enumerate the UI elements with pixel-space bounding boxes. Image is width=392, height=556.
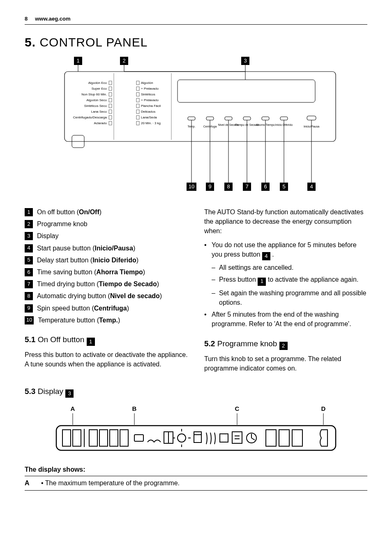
badge-2: 2 xyxy=(279,342,288,350)
svg-rect-15 xyxy=(109,110,112,114)
svg-rect-94 xyxy=(89,430,97,446)
svg-rect-11 xyxy=(109,98,112,102)
sec51-body: Press this button to activate or deactiv… xyxy=(25,350,188,369)
svg-text:+ Prelavado: + Prelavado xyxy=(141,98,159,102)
legend-list: 1On off button (On/Off)2Programme knob3D… xyxy=(25,207,188,325)
legend-text-7: Timed drying button (Tiempo de Secado) xyxy=(37,279,188,289)
svg-text:8: 8 xyxy=(227,183,230,190)
legend-badge-6: 6 xyxy=(25,268,33,276)
legend-text-5: Delay start button (Inicio Diferido) xyxy=(37,255,188,265)
section-title: 5. CONTROL PANEL xyxy=(25,35,367,49)
badge-3: 3 xyxy=(65,389,74,398)
svg-rect-36 xyxy=(178,80,315,102)
legend-badge-9: 9 xyxy=(25,304,33,313)
svg-rect-22 xyxy=(136,87,139,90)
dash-1: All settings are cancelled. xyxy=(212,263,367,272)
autostandby-intro: The AUTO Stand-by function automatically… xyxy=(204,207,367,236)
section-title-text: CONTROL PANEL xyxy=(39,35,148,49)
legend-text-4: Start pause button (Inicio/Pausa) xyxy=(37,243,188,253)
display-row-a-label: A xyxy=(25,480,41,487)
inline-badge-4: 4 xyxy=(262,252,270,260)
svg-rect-115 xyxy=(266,430,276,446)
svg-rect-28 xyxy=(136,104,139,108)
svg-rect-32 xyxy=(136,116,139,119)
svg-text:Algodón Seco: Algodón Seco xyxy=(86,98,107,102)
svg-text:7: 7 xyxy=(245,183,248,190)
svg-text:C: C xyxy=(235,405,240,412)
legend-text-1: On off button (On/Off) xyxy=(37,207,188,217)
svg-rect-13 xyxy=(109,104,112,108)
page-number: 8 xyxy=(25,16,28,22)
svg-rect-7 xyxy=(109,87,112,90)
svg-text:6: 6 xyxy=(264,183,267,190)
svg-rect-106 xyxy=(194,432,201,442)
legend-item-4: 4Start pause button (Inicio/Pausa) xyxy=(25,243,188,253)
site-label: www.aeg.com xyxy=(35,16,70,22)
legend-item-1: 1On off button (On/Off) xyxy=(25,207,188,217)
svg-rect-42 xyxy=(280,117,288,120)
svg-rect-9 xyxy=(109,93,112,96)
legend-badge-10: 10 xyxy=(25,316,34,324)
badge-1: 1 xyxy=(87,338,95,346)
svg-rect-26 xyxy=(136,98,139,102)
legend-badge-4: 4 xyxy=(25,244,33,253)
svg-rect-91 xyxy=(62,430,71,446)
display-table-title: The display shows: xyxy=(25,466,367,473)
svg-rect-92 xyxy=(73,430,81,446)
title-rule xyxy=(25,24,367,28)
display-row-a-desc: The maximum temperature of the programme… xyxy=(41,480,367,487)
legend-badge-3: 3 xyxy=(25,232,33,240)
svg-text:20 Min. · 3 kg: 20 Min. · 3 kg xyxy=(141,121,161,125)
page-header: 8 www.aeg.com xyxy=(25,16,367,22)
svg-text:Lana Seco: Lana Seco xyxy=(91,110,107,114)
section-5-3-heading: 5.3 Display 3 xyxy=(25,387,367,398)
legend-item-6: 6Time saving button (Ahorra Tiempo) xyxy=(25,267,188,277)
svg-rect-96 xyxy=(110,430,118,446)
svg-text:5: 5 xyxy=(282,183,285,190)
dash-2: Press button 1 to activate the appliance… xyxy=(212,275,367,285)
legend-item-10: 10Temperature button (Temp.) xyxy=(25,315,188,325)
svg-rect-98 xyxy=(134,435,143,441)
svg-rect-39 xyxy=(225,117,232,120)
legend-text-3: Display xyxy=(37,231,188,241)
svg-text:Algodón Eco: Algodón Eco xyxy=(88,81,107,85)
svg-rect-95 xyxy=(99,430,108,446)
legend-badge-8: 8 xyxy=(25,292,33,300)
svg-text:Delicados: Delicados xyxy=(141,110,155,114)
svg-text:A: A xyxy=(71,405,75,412)
svg-rect-37 xyxy=(188,117,195,120)
legend-text-6: Time saving button (Ahorra Tiempo) xyxy=(37,267,188,277)
svg-text:4: 4 xyxy=(310,183,313,190)
svg-rect-117 xyxy=(292,430,302,446)
svg-rect-43 xyxy=(307,116,316,120)
bullet-1: You do not use the appliance for 5 minut… xyxy=(204,240,367,308)
legend-text-8: Automatic drying button (Nivel de secado… xyxy=(37,291,188,301)
svg-text:Lana/Seda: Lana/Seda xyxy=(141,116,157,119)
svg-rect-116 xyxy=(279,430,289,446)
sec52-body: Turn this knob to set a programme. The r… xyxy=(204,354,367,373)
svg-text:3: 3 xyxy=(244,58,247,64)
svg-rect-109 xyxy=(232,432,242,443)
svg-point-101 xyxy=(178,434,186,442)
bullet-2: After 5 minutes from the end of the wash… xyxy=(204,310,367,329)
svg-rect-30 xyxy=(136,110,139,114)
legend-badge-1: 1 xyxy=(25,208,33,216)
legend-item-7: 7Timed drying button (Tiempo de Secado) xyxy=(25,279,188,289)
svg-text:2: 2 xyxy=(122,58,125,64)
svg-rect-108 xyxy=(220,434,228,442)
inline-badge-1: 1 xyxy=(258,278,266,286)
svg-text:+ Prelavado: + Prelavado xyxy=(141,87,159,90)
svg-rect-19 xyxy=(109,121,112,125)
svg-text:Plancha Fácil: Plancha Fácil xyxy=(141,104,161,108)
display-diagram: A B C D xyxy=(52,405,340,459)
legend-badge-5: 5 xyxy=(25,256,33,264)
display-row-a: A The maximum temperature of the program… xyxy=(25,476,367,491)
svg-rect-20 xyxy=(136,81,139,85)
svg-text:9: 9 xyxy=(208,183,211,190)
svg-rect-97 xyxy=(120,430,128,446)
svg-text:Algodón: Algodón xyxy=(141,81,153,85)
svg-text:Sintéticos Seco: Sintéticos Seco xyxy=(84,104,107,108)
left-column: 1On off button (On/Off)2Programme knob3D… xyxy=(25,207,188,377)
legend-item-9: 9Spin speed button (Centrifuga) xyxy=(25,303,188,313)
legend-item-5: 5Delay start button (Inicio Diferido) xyxy=(25,255,188,265)
